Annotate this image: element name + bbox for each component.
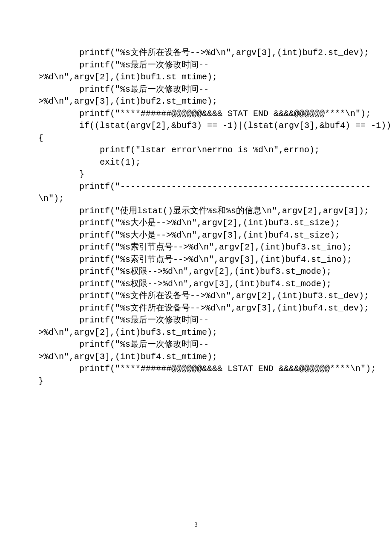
document-page: printf("%s文件所在设备号-->%d\n",argv[3],(int)b… [0,0,392,554]
code-block: printf("%s文件所在设备号-->%d\n",argv[3],(int)b… [38,47,354,387]
page-number: 3 [0,522,392,528]
